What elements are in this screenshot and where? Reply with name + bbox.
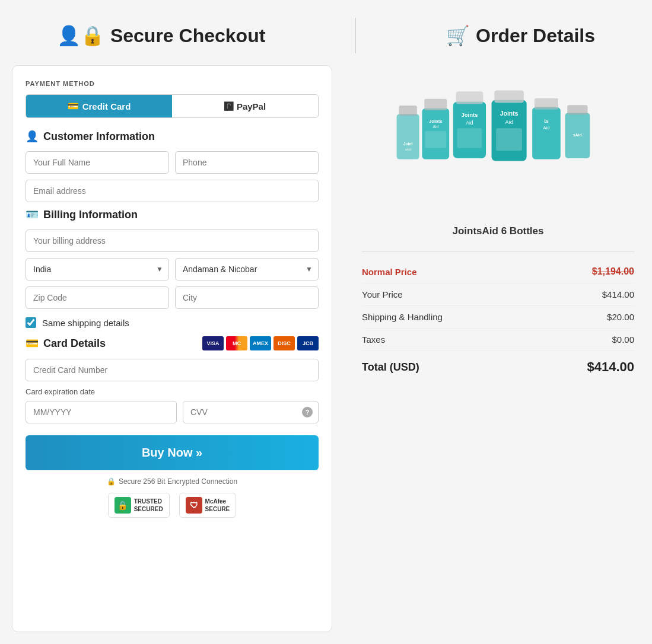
checkout-title: Secure Checkout: [110, 25, 265, 47]
your-price-value: $414.00: [602, 289, 634, 299]
checkout-panel: PAYMENT METHOD 💳 Credit Card 🅿 PayPal 👤 …: [12, 65, 332, 632]
svg-text:sAid: sAid: [573, 133, 581, 137]
paypal-tab-label: PayPal: [237, 101, 266, 111]
expiry-fields: ?: [26, 401, 319, 423]
buy-now-button[interactable]: Buy Now »: [26, 435, 319, 470]
card-section-title: 💳 Card Details: [26, 337, 106, 350]
your-price-row: Your Price $414.00: [362, 283, 634, 306]
svg-rect-15: [494, 90, 524, 103]
normal-price-value: $1,194.00: [592, 266, 634, 277]
mcafee-badge: 🛡 McAfeeSECURE: [179, 493, 237, 518]
taxes-label: Taxes: [362, 334, 385, 345]
state-select[interactable]: Andaman & Nicobar: [175, 258, 319, 280]
cvv-input[interactable]: [183, 401, 319, 423]
svg-text:Aid: Aid: [432, 125, 438, 129]
mastercard-logo: MC: [226, 336, 247, 350]
country-select[interactable]: India: [26, 258, 169, 280]
page-header: 👤🔒 Secure Checkout 🛒 Order Details: [12, 12, 640, 65]
email-group: [26, 180, 319, 202]
address-group: [26, 229, 319, 252]
svg-rect-1: [399, 106, 416, 116]
your-price-label: Your Price: [362, 289, 403, 299]
taxes-row: Taxes $0.00: [362, 329, 634, 351]
expiry-row: Card expiration date ?: [26, 387, 319, 423]
order-panel: Joint sAid Joints Aid Joints Aid: [350, 65, 640, 632]
main-content: PAYMENT METHOD 💳 Credit Card 🅿 PayPal 👤 …: [12, 65, 640, 632]
header-divider: [355, 18, 356, 53]
lock-icon: 🔒: [107, 477, 116, 486]
city-input[interactable]: [175, 286, 319, 309]
billing-address-input[interactable]: [26, 229, 319, 252]
shipping-label: Shipping & Handling: [362, 312, 443, 322]
trust-badges: 🔒 TRUSTEDSECURED 🛡 McAfeeSECURE: [26, 493, 319, 518]
taxes-value: $0.00: [612, 334, 634, 345]
credit-card-tab[interactable]: 💳 Credit Card: [26, 95, 172, 117]
total-row: Total (USD) $414.00: [362, 351, 634, 381]
total-value: $414.00: [587, 359, 634, 375]
svg-rect-10: [456, 91, 483, 104]
payment-tabs: 💳 Credit Card 🅿 PayPal: [26, 94, 319, 118]
svg-rect-18: [496, 128, 522, 151]
product-name: JointsAid 6 Bottles: [362, 225, 634, 237]
expiry-label: Card expiration date: [26, 387, 319, 396]
paypal-tab[interactable]: 🅿 PayPal: [172, 95, 318, 117]
svg-text:ts: ts: [544, 118, 549, 124]
paypal-icon: 🅿: [224, 101, 233, 111]
cvv-help-icon[interactable]: ?: [302, 407, 313, 417]
product-image-area: Joint sAid Joints Aid Joints Aid: [362, 71, 634, 213]
card-logos: VISA MC AMEX DISC JCB: [202, 336, 319, 350]
price-divider: [362, 251, 634, 252]
zip-city-row: [26, 286, 319, 309]
shipping-value: $20.00: [607, 312, 634, 322]
svg-rect-24: [567, 105, 587, 114]
order-header: 🛒 Order Details: [446, 24, 595, 47]
svg-text:Joints: Joints: [429, 119, 442, 124]
card-number-input[interactable]: [26, 359, 319, 381]
credit-card-icon: 💳: [68, 101, 79, 111]
same-shipping-label[interactable]: Same shipping details: [42, 318, 129, 328]
visa-logo: VISA: [202, 336, 224, 350]
svg-rect-13: [457, 128, 482, 148]
svg-rect-19: [532, 107, 561, 160]
expiry-input[interactable]: [26, 401, 177, 423]
jcb-logo: JCB: [297, 336, 319, 350]
product-image: Joint sAid Joints Aid Joints Aid: [380, 83, 617, 202]
country-wrapper: India ▼: [26, 258, 169, 280]
svg-text:Aid: Aid: [543, 125, 549, 130]
customer-section-title: 👤 Customer Information: [26, 130, 319, 143]
card-number-group: [26, 359, 319, 381]
shipping-row: Shipping & Handling $20.00: [362, 306, 634, 329]
svg-rect-8: [425, 131, 446, 148]
svg-rect-0: [396, 114, 419, 159]
payment-method-label: PAYMENT METHOD: [26, 80, 319, 87]
normal-price-label: Normal Price: [362, 267, 417, 277]
secure-note: 🔒 Secure 256 Bit Encrypted Connection: [26, 477, 319, 486]
normal-price-row: Normal Price $1,194.00: [362, 260, 634, 283]
mcafee-badge-label: McAfeeSECURE: [205, 498, 230, 513]
country-state-row: India ▼ Andaman & Nicobar ▼: [26, 258, 319, 280]
svg-text:sAid: sAid: [405, 148, 411, 151]
svg-rect-5: [424, 99, 447, 110]
person-icon: 👤: [26, 130, 39, 143]
total-label: Total (USD): [362, 361, 419, 374]
discover-logo: DISC: [273, 336, 295, 350]
svg-text:Aid: Aid: [466, 120, 473, 126]
same-shipping-checkbox[interactable]: [26, 317, 36, 328]
lock-person-icon: 👤🔒: [57, 24, 104, 47]
svg-text:Aid: Aid: [505, 119, 513, 125]
order-title: Order Details: [476, 25, 595, 47]
billing-section-title: 🪪 Billing Information: [26, 208, 319, 221]
cart-icon: 🛒: [446, 24, 470, 47]
email-input[interactable]: [26, 180, 319, 202]
name-phone-row: [26, 151, 319, 174]
svg-text:Joint: Joint: [403, 142, 413, 146]
card-icon: 💳: [26, 337, 39, 350]
same-shipping-row: Same shipping details: [26, 317, 319, 328]
zip-input[interactable]: [26, 286, 169, 309]
phone-input[interactable]: [175, 151, 319, 174]
id-card-icon: 🪪: [26, 208, 39, 221]
full-name-input[interactable]: [26, 151, 169, 174]
credit-card-tab-label: Credit Card: [82, 101, 131, 111]
card-details-header: 💳 Card Details VISA MC AMEX DISC JCB: [26, 336, 319, 350]
secured-badge: 🔒 TRUSTEDSECURED: [108, 493, 170, 518]
